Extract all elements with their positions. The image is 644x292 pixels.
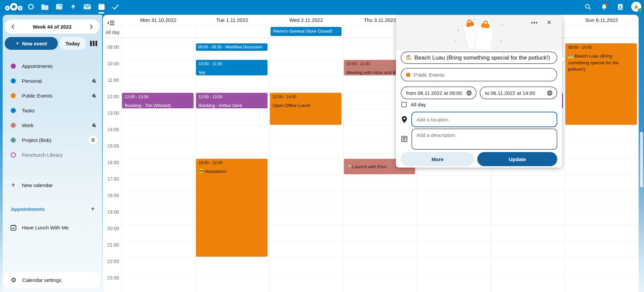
calendar-label: Personal (22, 78, 92, 84)
hour-label: 18:00 (103, 193, 119, 198)
more-button[interactable]: More (401, 152, 474, 166)
event-time: 10:00 - 11:00 (199, 62, 265, 66)
sidebar-calendar-project-bob-[interactable]: Project (Bob)B (3, 133, 102, 147)
nextcloud-logo[interactable] (5, 2, 23, 12)
start-date-picker[interactable]: from 06.11.2022 at 09:00 (401, 86, 477, 99)
location-input[interactable] (411, 112, 557, 127)
event-title-input[interactable]: Beach Luau (Bring something special for … (401, 51, 557, 64)
event-booking-arthur-dent[interactable]: 12:00 - 13:00Booking - Arthur Dent (196, 93, 268, 108)
notifications-bell-icon[interactable] (599, 0, 609, 13)
event-workflow-discussion[interactable]: 09:00 - 09:30 - Workflow Discussion (196, 43, 268, 51)
today-button[interactable]: Today (59, 37, 86, 50)
new-calendar-button[interactable]: + New calendar (3, 178, 102, 192)
sidebar-calendar-public-events[interactable]: Public Events (3, 88, 102, 103)
popup-actions: More Update (401, 152, 557, 166)
event-editor-popup: ••• × Beach Luau (Bring something specia… (396, 16, 562, 168)
calendar-label: Tasks (22, 108, 97, 113)
calendar-label: Appointments (22, 63, 97, 69)
sidebar-calendar-personal[interactable]: Personal (3, 73, 102, 88)
plus-icon: + (15, 40, 19, 47)
sidebar-calendar-appointments[interactable]: Appointments (3, 59, 102, 73)
hour-label: 17:00 (103, 176, 119, 182)
event-beach-luau-bring-something-spe[interactable]: 09:00 - 14:00Beach Luau (Bring something… (565, 43, 637, 125)
search-icon[interactable] (583, 0, 593, 13)
more-options-icon[interactable]: ••• (529, 18, 540, 28)
tasks-illustration (452, 17, 506, 50)
shared-link-icon[interactable] (92, 93, 97, 99)
circle-app-icon[interactable] (26, 0, 36, 13)
description-icon (401, 136, 407, 142)
week-switcher: Week 44 of 2022 (5, 20, 99, 34)
add-appointment-config-icon[interactable]: + (91, 205, 95, 213)
day-header[interactable]: Wed 2.11.2022 (269, 15, 343, 25)
hour-label: 09:00 (103, 44, 119, 50)
new-event-button[interactable]: + New event (5, 37, 58, 50)
checkbox-unchecked (401, 102, 407, 107)
event-title: Booking - Arthur Dent (199, 102, 265, 108)
calendar-label: Work (22, 122, 92, 128)
share-avatar: B (89, 136, 97, 144)
event-time: 12:00 - 14:00 (273, 95, 339, 99)
hour-label: 14:00 (103, 127, 119, 132)
contacts-menu-icon[interactable] (615, 0, 625, 13)
hour-label: 12:00 (103, 94, 119, 99)
day-header[interactable]: Mon 31.10.2022 (121, 15, 195, 25)
hour-label: 20:00 (103, 226, 119, 231)
end-date-picker[interactable]: to 06.11.2022 at 14:00 (480, 86, 557, 99)
calendar-select[interactable]: Public Events (401, 68, 557, 81)
calendar-icon[interactable] (96, 0, 107, 13)
calendar-settings-button[interactable]: ⚙ Calendar settings (3, 272, 100, 288)
event-time: 12:00 - 13:00 (199, 95, 265, 99)
gear-icon: ⚙ (11, 276, 16, 284)
event-booking-tim-wizard-[interactable]: 12:00 - 13:00Booking - Tim (Wizard) (122, 93, 194, 108)
popup-anchor-arrow (561, 56, 566, 63)
day-header[interactable]: Sun 6.11.2022 (565, 15, 639, 25)
previous-week-button[interactable] (8, 22, 17, 31)
avatar-letter: A (635, 4, 638, 10)
collapse-sidebar-icon[interactable] (108, 20, 114, 27)
mail-icon[interactable] (82, 0, 92, 13)
sidebar: Week 44 of 2022 + New event Today Appoin… (3, 15, 102, 292)
photos-icon[interactable] (54, 0, 64, 13)
files-icon[interactable] (40, 0, 50, 13)
hour-label: 21:00 (103, 242, 119, 248)
sidebar-calendar-fenchurch-library[interactable]: Fenchurch Library (3, 147, 102, 162)
event-time: 12:00 - 13:00 (125, 95, 191, 99)
shared-link-icon[interactable] (92, 122, 97, 128)
hour-label: 10:00 (103, 61, 119, 66)
top-bar: A (0, 0, 644, 13)
calendar-color-dot (11, 78, 16, 83)
shared-link-icon[interactable] (92, 78, 97, 84)
sidebar-calendar-tasks[interactable]: Tasks (3, 103, 102, 118)
calendar-color-dot (11, 108, 16, 113)
user-avatar[interactable]: A (631, 2, 641, 12)
page-scrollbar-thumb[interactable] (640, 132, 643, 187)
event-vet[interactable]: 10:00 - 11:00Vet (196, 60, 268, 75)
app-icon-row (26, 0, 121, 13)
calendar-color-dot (406, 73, 410, 77)
calendar-color-dot (11, 138, 16, 143)
appointments-section: Appointments + (11, 205, 95, 213)
event-time: 16:00 - 22:00 (199, 160, 265, 165)
close-icon[interactable]: × (544, 17, 555, 28)
calendar-color-dot (11, 152, 16, 157)
event-time-and-title: 09:00 - 09:30 - Workflow Discussion (198, 45, 266, 49)
event-title: Open Office Lunch (273, 102, 339, 109)
description-input[interactable] (411, 129, 557, 150)
all-day-checkbox[interactable]: All day (401, 102, 426, 107)
event-open-office-lunch[interactable]: 12:00 - 14:00Open Office Lunch (270, 93, 341, 125)
hour-label: 13:00 (103, 110, 119, 116)
activity-icon[interactable] (68, 0, 78, 13)
day-header[interactable]: Tue 1.11.2022 (195, 15, 269, 25)
event-hackathon[interactable]: 16:00 - 22:00Hackathon (196, 159, 268, 257)
notification-badge (605, 3, 608, 6)
tasks-icon[interactable] (110, 0, 121, 13)
all-day-event[interactable]: Pierre's General Store Closed! (271, 27, 341, 36)
calendar-check-icon (10, 224, 17, 231)
next-week-button[interactable] (87, 22, 96, 31)
hour-label: 11:00 (103, 77, 119, 83)
appointment-item-have-lunch-with-me[interactable]: Have Lunch With Me (3, 220, 102, 235)
update-button[interactable]: Update (477, 152, 557, 166)
sidebar-calendar-work[interactable]: Work (3, 118, 102, 133)
view-mode-icon[interactable] (87, 37, 99, 50)
